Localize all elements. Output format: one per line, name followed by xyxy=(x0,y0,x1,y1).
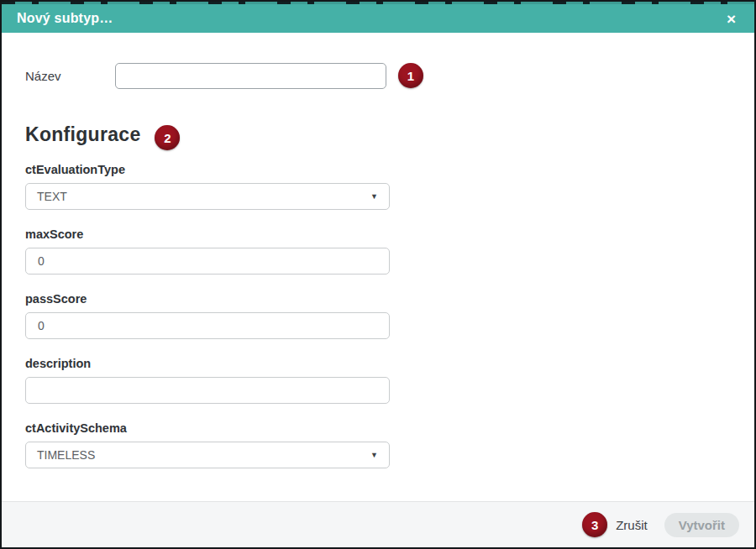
field-ctActivitySchema: ctActivitySchema TIMELESS ▼ xyxy=(25,421,731,468)
field-description: description xyxy=(25,357,731,404)
maxScore-input[interactable] xyxy=(25,248,390,274)
ctActivitySchema-select[interactable]: TIMELESS ▼ xyxy=(25,442,390,468)
dialog-header: Nový subtyp… × xyxy=(2,4,754,33)
field-maxScore: maxScore xyxy=(25,227,731,274)
description-input[interactable] xyxy=(25,377,390,404)
ctEvaluationType-select[interactable]: TEXT ▼ xyxy=(25,183,390,210)
dialog-body: Název 1 Konfigurace 2 ctEvaluationType T… xyxy=(2,62,754,468)
dialog-title: Nový subtyp… xyxy=(17,11,113,26)
configuration-heading-row: Konfigurace 2 xyxy=(25,123,731,150)
chevron-down-icon: ▼ xyxy=(370,451,378,459)
close-icon[interactable]: × xyxy=(723,9,739,29)
name-input[interactable] xyxy=(115,63,386,89)
field-label-description: description xyxy=(25,357,731,370)
chevron-down-icon: ▼ xyxy=(370,192,378,201)
field-ctEvaluationType: ctEvaluationType TEXT ▼ xyxy=(25,163,731,210)
name-field-row: Název 1 xyxy=(25,62,731,89)
field-label-ctActivitySchema: ctActivitySchema xyxy=(25,421,731,435)
step-badge-2: 2 xyxy=(155,125,180,150)
section-heading: Konfigurace xyxy=(25,123,140,146)
step-badge-3: 3 xyxy=(582,512,607,537)
name-label: Název xyxy=(25,69,115,83)
field-label-maxScore: maxScore xyxy=(25,227,731,241)
dialog-footer: 3 Zrušit Vytvořit xyxy=(2,501,754,547)
passScore-input[interactable] xyxy=(25,312,390,339)
ctEvaluationType-selected-value: TEXT xyxy=(37,190,67,203)
create-button[interactable]: Vytvořit xyxy=(664,513,739,537)
new-subtype-dialog: Nový subtyp… × Název 1 Konfigurace 2 ctE… xyxy=(0,0,756,549)
ctActivitySchema-selected-value: TIMELESS xyxy=(37,448,95,462)
field-label-passScore: passScore xyxy=(25,292,731,306)
field-passScore: passScore xyxy=(25,292,731,339)
cancel-button[interactable]: Zrušit xyxy=(616,518,648,532)
step-badge-1: 1 xyxy=(398,63,423,88)
field-label-ctEvaluationType: ctEvaluationType xyxy=(25,163,731,176)
